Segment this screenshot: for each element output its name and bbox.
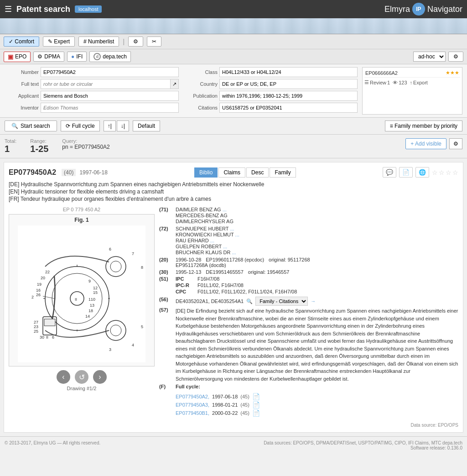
cpc-row: CPC F01L1/02, F01L1/022, F01L1/024, F16H…: [176, 289, 458, 294]
cycle-date-2: 1998-01-21: [212, 402, 238, 408]
ipc-content: IPC F16H7/08 IPC-R F01L1/02, F16H7/08 CP…: [176, 276, 458, 295]
priority-date: 1995-12-13: [176, 269, 201, 275]
data-sources: Data sources: EPO/OPS, DPMA/DEPATISnet, …: [264, 440, 462, 445]
search-citations-icon[interactable]: 🔍: [246, 298, 253, 304]
add-visible-btn[interactable]: + Add visible: [405, 138, 446, 149]
total-value: 1: [5, 144, 16, 154]
inventor-4-more[interactable]: ...: [223, 244, 227, 249]
inventor-2-more[interactable]: ...: [235, 232, 239, 237]
sort-desc-btn[interactable]: ↓|: [117, 120, 129, 131]
star-rating[interactable]: ☆ ☆ ☆ ☆: [432, 169, 458, 176]
cycle-pdf-1[interactable]: 📄: [252, 393, 260, 400]
cycle-pdf-3[interactable]: 📄: [252, 409, 260, 417]
class-input[interactable]: [219, 67, 358, 77]
tab-family[interactable]: Family: [270, 167, 296, 178]
abstract-row: (57) [DE] Die Erfindung bezieht sich auf…: [159, 307, 458, 382]
title-fr: [FR] Tendeur hydraulique pour organes fl…: [9, 196, 458, 202]
default-btn[interactable]: Default: [133, 120, 160, 131]
cycle-date-3: 2000-03-22: [212, 410, 238, 416]
tab-numberlist[interactable]: # Numberlist: [78, 37, 119, 47]
patent-drawing-svg: 8 7 6 5 4 3 2 1 II 27 23 25 30 II 6 9 12: [18, 225, 145, 362]
tab-comfort[interactable]: ✓ Comfort: [4, 37, 39, 47]
adhoc-select[interactable]: ad-hoc: [413, 52, 446, 62]
cycle-pdf-2[interactable]: 📄: [252, 401, 260, 408]
inventor-input[interactable]: [41, 103, 179, 113]
inventor-1-more[interactable]: ...: [230, 226, 234, 231]
inventor-row: Inventor: [5, 103, 179, 113]
tools-btn[interactable]: ✂: [147, 37, 161, 47]
priority-num: (30): [159, 269, 172, 275]
depa-icon: d: [93, 53, 101, 60]
tab-expert[interactable]: ✎ Expert: [43, 37, 75, 47]
star-2[interactable]: ☆: [439, 169, 445, 176]
citations-input[interactable]: [219, 103, 358, 113]
source-dpma[interactable]: ⚙ DPMA: [33, 52, 64, 62]
inventor-3-more[interactable]: ...: [210, 238, 214, 243]
publication-input[interactable]: [219, 91, 358, 101]
tab-claims[interactable]: Claims: [218, 167, 245, 178]
applicant-input[interactable]: [41, 91, 179, 101]
start-search-btn[interactable]: 🔍 Start search: [5, 120, 57, 131]
abstract-content: [DE] Die Erfindung bezieht sich auf eine…: [176, 307, 458, 382]
hamburger-icon[interactable]: ☰: [5, 4, 12, 14]
title-de: [DE] Hydraulische Spannvorrichtung zum S…: [9, 181, 458, 188]
header-right: Elmyra IP Navigator: [384, 3, 462, 16]
pdf-btn[interactable]: 📄: [399, 167, 413, 178]
cycle-id-1[interactable]: EP0779450A2,: [176, 394, 209, 399]
pub-id-1: EP19960117268 (epcdoc): [206, 257, 264, 262]
results-header: Total: 1 Range: 1-25 Query: pn = EP07794…: [0, 135, 467, 158]
fullcycle-row: (F) Full cycle: EP0779450A2, 1997-06-18 …: [159, 384, 458, 418]
ifi-label: IFI: [76, 53, 83, 60]
fulltext-expand-btn[interactable]: ↗: [171, 79, 179, 89]
svg-text:9: 9: [88, 279, 91, 283]
history-entry[interactable]: EP0666666A2: [365, 70, 398, 76]
cycle-id-3[interactable]: EP0779450B1,: [176, 410, 209, 416]
cycle-row-2: EP0779450A3, 1998-01-21 (45) 📄: [176, 401, 458, 408]
refresh-drawing-btn[interactable]: ↺: [75, 370, 88, 384]
results-settings-btn[interactable]: ⚙: [449, 138, 462, 149]
inventor-5: BRUCHNER KLAUS DR ...: [176, 250, 458, 255]
review-btn[interactable]: ☰ Review 1: [364, 79, 390, 85]
family-member-btn[interactable]: ≡ Family member by priority: [385, 120, 462, 131]
svg-text:26: 26: [36, 293, 41, 297]
svg-rect-10: [44, 319, 55, 326]
applicant-1-more[interactable]: ...: [223, 207, 227, 212]
country-input[interactable]: [219, 79, 358, 89]
adhoc-settings[interactable]: ⚙: [448, 52, 463, 62]
citations-arrow[interactable]: →: [311, 298, 316, 304]
tab-biblio[interactable]: Biblio: [194, 167, 218, 178]
web-btn[interactable]: 🌐: [415, 167, 429, 178]
patent-id[interactable]: EP0779450A2: [9, 168, 56, 177]
software-release: Software release: 0.136.0: [264, 445, 462, 450]
star-1[interactable]: ☆: [432, 169, 438, 176]
tab-desc[interactable]: Desc: [246, 167, 269, 178]
applicant-2: MERCEDES-BENZ AG: [176, 213, 458, 218]
star-3[interactable]: ☆: [446, 169, 451, 176]
sort-asc-btn[interactable]: ↑|: [104, 120, 116, 131]
source-ifi[interactable]: ● IFI: [67, 52, 87, 62]
comment-btn[interactable]: 💬: [383, 167, 396, 178]
full-cycle-btn[interactable]: ⟳ Full cycle: [61, 120, 100, 131]
applicant-3: DAIMLERCHRYSLER AG: [176, 219, 458, 224]
dpma-label: DPMA: [44, 53, 60, 60]
full-cycle-entries: EP0779450A2, 1997-06-18 (45) 📄 EP0779450…: [176, 393, 458, 417]
view-btn[interactable]: 👁 123: [393, 80, 407, 85]
start-search-label: Start search: [21, 123, 50, 129]
citations-type-select[interactable]: Family - Citations: [255, 297, 308, 306]
star-4[interactable]: ☆: [452, 169, 458, 176]
next-drawing-btn[interactable]: ›: [93, 370, 107, 384]
settings-btn[interactable]: ⚙: [128, 37, 143, 47]
number-input[interactable]: [41, 67, 179, 77]
source-depa[interactable]: d depa.tech: [89, 51, 131, 62]
fulltext-input[interactable]: [41, 79, 171, 89]
export-btn[interactable]: ↑ Export: [410, 80, 428, 85]
cycle-id-2[interactable]: EP0779450A3,: [176, 402, 209, 408]
source-epo[interactable]: ▣ EPO: [4, 52, 31, 62]
banner: [0, 18, 467, 34]
inventor-5-more[interactable]: ...: [232, 250, 236, 255]
patent-date-info: (40) 1997-06-18: [62, 169, 108, 176]
inventor-2: KRONOWIECKI HELMUT ...: [176, 232, 458, 237]
prev-drawing-btn[interactable]: ‹: [57, 370, 70, 384]
citations-row: Citations: [183, 103, 358, 113]
svg-text:16: 16: [36, 288, 41, 293]
